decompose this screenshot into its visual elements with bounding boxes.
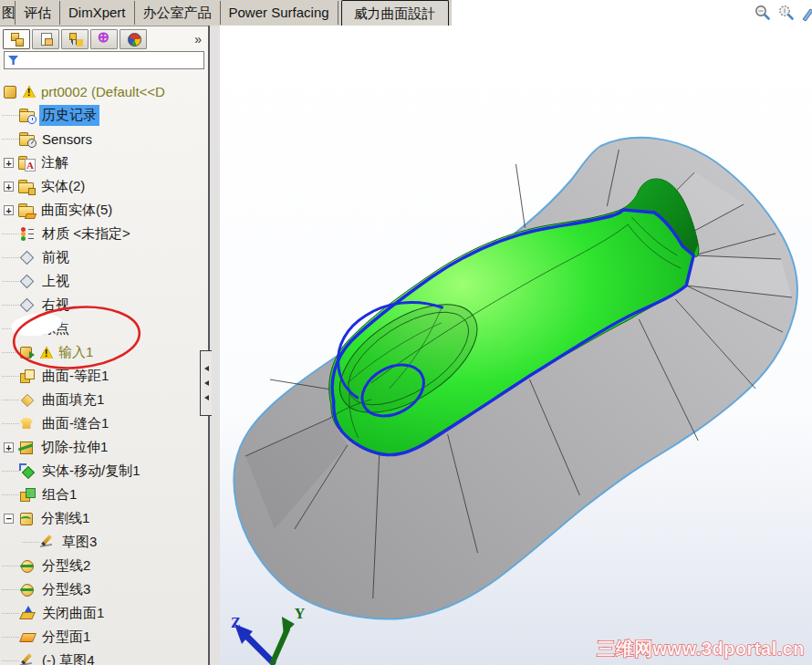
tree-item[interactable]: 分型线2 [0,554,208,577]
tree-item-label: 历史记录 [39,105,99,126]
ribbon-tab-5[interactable]: 威力曲面設計 [341,0,449,26]
tree-item[interactable]: 曲面-缝合1 [0,411,208,435]
manager-tab-bar: » [0,26,208,51]
configurationmanager-tab[interactable] [61,29,88,49]
propertymanager-icon [39,32,53,46]
tree-item[interactable]: 草图3 [0,530,208,554]
imported-feature-icon [19,345,35,359]
tree-item[interactable]: +注解 [0,151,208,174]
tree-item-label: Sensors [39,130,95,149]
manager-tab-overflow-chevron[interactable]: » [192,30,204,48]
main-area: » prt0002 (Default<<D历史记录Sensors+注解+实体(2… [0,26,812,665]
material-icon [19,226,35,241]
collapse-arrow-icon [204,380,209,386]
expand-toggle[interactable]: + [4,158,14,168]
tree-item-label: prt0002 (Default<<D [38,82,168,101]
tree-connector [2,115,19,116]
expand-toggle[interactable]: + [4,205,14,215]
tree-item[interactable]: prt0002 (Default<<D [0,79,208,103]
zoom-to-fit-icon[interactable] [754,4,771,22]
tree-item[interactable]: 分型线3 [0,577,208,601]
tree-item[interactable]: 实体-移动/复制1 [0,459,208,483]
featuremanager-design-tree-tab[interactable] [3,29,30,49]
tree-item-label: 曲面-等距1 [39,366,111,387]
tree-item[interactable]: 前视 [0,245,208,269]
tree-item[interactable]: 关闭曲面1 [0,601,208,625]
expand-toggle[interactable]: − [4,514,14,524]
surface-offset-icon [19,369,35,383]
part-icon [2,84,17,99]
tree-connector [2,139,19,140]
ribbon-tab-1[interactable]: 评估 [16,1,60,25]
tree-item-label: 曲面实体(5) [38,200,115,221]
surface-knit-icon [19,416,35,431]
pen-icon[interactable] [801,4,812,22]
solidworks-window: 图评估DimXpert办公室产品Power Surfacing威力曲面設計 » [0,0,812,665]
solid-bodies-folder-overlay-icon [28,188,36,195]
tree-item-label: 上视 [39,271,72,292]
tree-item[interactable]: 原点 [0,317,208,340]
origin-icon [19,321,35,336]
tree-item[interactable]: 输入1 [0,340,208,364]
annotations-folder-icon [18,155,34,170]
tree-item[interactable]: +切除-拉伸1 [0,435,208,459]
filter-funnel-icon [8,56,18,65]
collapse-arrow-icon [204,395,209,400]
tree-item[interactable]: 分型面1 [0,625,208,649]
tree-connector [2,328,19,329]
ribbon-tab-0[interactable]: 图 [0,1,16,25]
tree-item[interactable]: 材质 <未指定> [0,222,208,245]
feature-tree: prt0002 (Default<<D历史记录Sensors+注解+实体(2)+… [0,77,208,665]
tree-item-label: 前视 [39,247,72,268]
sensors-folder-icon [19,131,35,146]
plane-icon [19,274,35,288]
tree-item-label: 右视 [39,295,72,316]
tree-item[interactable]: +实体(2) [0,174,208,198]
tree-item[interactable]: 右视 [0,293,208,317]
sensors-folder-overlay-icon [27,139,36,148]
tree-item[interactable]: 组合1 [0,483,208,506]
shutoff-surface-icon [19,606,35,620]
featuremanager-design-tree-icon [10,32,24,46]
tree-connector [2,613,19,614]
tree-item[interactable]: 曲面-等距1 [0,364,208,388]
tree-item[interactable]: (-) 草图4 [0,649,208,665]
ribbon-tab-4[interactable]: Power Surfacing [221,1,338,25]
combine-icon [19,487,35,502]
dimxpertmanager-icon [98,32,111,46]
sketch-icon [39,535,55,549]
tree-connector [2,589,19,590]
tree-item-label: 分型线2 [39,556,93,577]
tree-filter[interactable] [4,51,204,69]
displaymanager-tab[interactable] [120,29,147,49]
splitter-handle[interactable] [200,350,212,416]
tree-item[interactable]: Sensors [0,127,208,151]
tree-connector [2,566,19,566]
zoom-to-area-icon[interactable] [777,4,795,22]
parting-surface-icon [19,629,35,644]
tree-item[interactable]: −分割线1 [0,506,208,530]
filter-input[interactable] [22,53,200,68]
solid-bodies-folder-icon [18,179,34,193]
ribbon-right-area [452,0,812,26]
expand-toggle[interactable]: + [4,182,14,192]
propertymanager-tab[interactable] [32,29,59,49]
warning-icon [23,86,36,98]
history-folder-overlay-icon [27,115,36,124]
tree-item[interactable]: 历史记录 [0,103,208,127]
panel-splitter[interactable] [208,26,220,665]
3d-scene: Z Y 三维网www.3dportal.cn [220,26,812,665]
graphics-viewport[interactable]: Z Y 三维网www.3dportal.cn [220,26,812,665]
tree-item-label: 注解 [38,152,71,173]
tree-item[interactable]: 上视 [0,269,208,293]
expand-toggle[interactable]: + [4,442,14,452]
ribbon-tab-2[interactable]: DimXpert [60,1,135,25]
dimxpertmanager-tab[interactable] [90,29,118,49]
tree-item[interactable]: +曲面实体(5) [0,198,208,222]
tree-item-label: 分型面1 [39,627,93,648]
tree-item-label: 曲面-缝合1 [39,413,111,434]
ribbon-tab-3[interactable]: 办公室产品 [135,1,221,25]
tree-item[interactable]: 曲面填充1 [0,388,208,411]
parting-line-icon [19,558,35,573]
displaymanager-icon [127,32,141,46]
